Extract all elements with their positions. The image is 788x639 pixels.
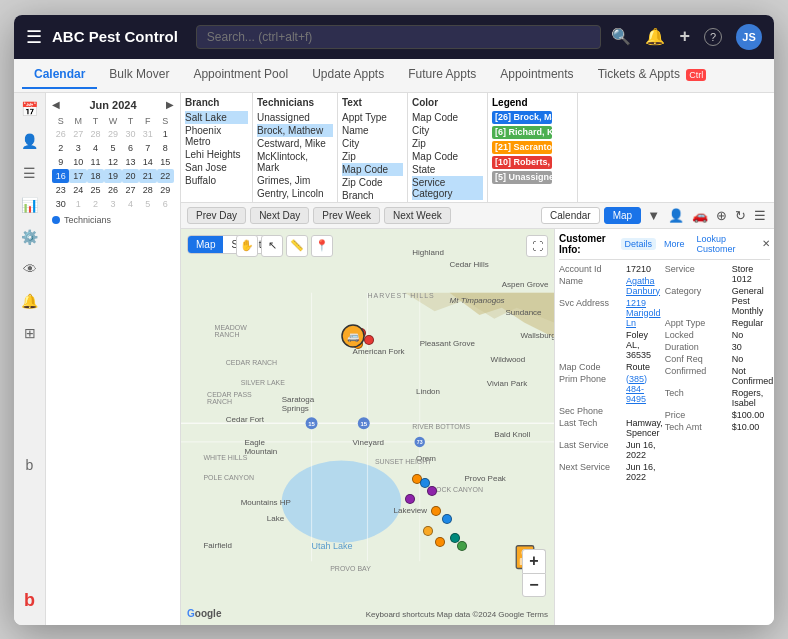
ci-val-primphone[interactable]: (385) 484-9495 <box>626 374 663 404</box>
cal-day[interactable]: 1 <box>157 127 174 141</box>
branch-phoenix[interactable]: Phoenix Metro <box>185 124 248 148</box>
cal-day[interactable]: 3 <box>69 141 86 155</box>
cal-day[interactable]: 28 <box>139 183 156 197</box>
map-marker-blue-2[interactable] <box>442 514 452 524</box>
cal-day[interactable]: 26 <box>52 127 69 141</box>
next-day-button[interactable]: Next Day <box>250 207 309 224</box>
tech-marker[interactable]: 🚐 <box>341 324 365 355</box>
text-mapcode[interactable]: Map Code <box>342 163 403 176</box>
color-zip[interactable]: Zip <box>412 137 483 150</box>
branch-salt-lake[interactable]: Salt Lake <box>185 111 248 124</box>
map-marker-yellow-1[interactable] <box>423 526 433 536</box>
cal-day[interactable]: 10 <box>69 155 86 169</box>
cal-day[interactable]: 27 <box>69 127 86 141</box>
person-icon-btn[interactable]: 👤 <box>666 206 686 225</box>
cal-day[interactable]: 5 <box>139 197 156 211</box>
menu-icon[interactable]: ☰ <box>26 26 42 48</box>
cal-day[interactable]: 30 <box>52 197 69 211</box>
target-icon-btn[interactable]: ⊕ <box>714 206 729 225</box>
cal-day[interactable]: 1 <box>69 197 86 211</box>
cal-day-range[interactable]: 20 <box>122 169 139 183</box>
map-marker-orange-4[interactable] <box>435 537 445 547</box>
legend-item-2[interactable]: [21] Sacranto, Kim <box>492 141 573 154</box>
refresh-icon-btn[interactable]: ↻ <box>733 206 748 225</box>
tab-tickets-appts[interactable]: Tickets & Appts Ctrl <box>586 61 719 89</box>
ci-val-name[interactable]: Agatha Danbury <box>626 276 663 296</box>
next-week-button[interactable]: Next Week <box>384 207 451 224</box>
bell-icon[interactable]: 🔔 <box>645 27 665 46</box>
cal-day[interactable]: 29 <box>157 183 174 197</box>
tab-appointment-pool[interactable]: Appointment Pool <box>181 61 300 89</box>
color-mapcode[interactable]: Map Code <box>412 111 483 124</box>
cal-day[interactable]: 27 <box>122 183 139 197</box>
fullscreen-btn[interactable]: ⛶ <box>526 235 548 257</box>
text-zip[interactable]: Zip <box>342 150 403 163</box>
branch-sanjose[interactable]: San Jose <box>185 161 248 174</box>
map-view-button[interactable]: Map <box>604 207 641 224</box>
branch-lehi[interactable]: Lehi Heights <box>185 148 248 161</box>
color-svccat[interactable]: Service Category <box>412 176 483 200</box>
map-area[interactable]: 15 15 73 Map Satellite ✋ ↖ <box>181 229 554 625</box>
cal-day-range[interactable]: 22 <box>157 169 174 183</box>
cal-day[interactable]: 5 <box>104 141 121 155</box>
calendar-view-button[interactable]: Calendar <box>541 207 600 224</box>
cal-day[interactable]: 29 <box>104 127 121 141</box>
tab-calendar[interactable]: Calendar <box>22 61 97 89</box>
sidebar-grid-icon[interactable]: ⊞ <box>24 325 36 341</box>
search-icon[interactable]: 🔍 <box>611 27 631 46</box>
cal-day[interactable]: 2 <box>52 141 69 155</box>
cal-day-range[interactable]: 19 <box>104 169 121 183</box>
tech-gentry[interactable]: Gentry, Lincoln <box>257 187 333 200</box>
tech-brock[interactable]: Brock, Mathew <box>257 124 333 137</box>
cal-day[interactable]: 8 <box>157 141 174 155</box>
cal-day[interactable]: 14 <box>139 155 156 169</box>
cal-day[interactable]: 4 <box>87 141 104 155</box>
map-ctrl-pointer[interactable]: ↖ <box>261 235 283 257</box>
cal-day[interactable]: 7 <box>139 141 156 155</box>
legend-item-3[interactable]: [10] Roberts, Jake <box>492 156 573 169</box>
ci-val-svcaddr[interactable]: 1219 Marigold Ln <box>626 298 663 328</box>
ci-tab-more[interactable]: More <box>660 238 689 250</box>
avatar[interactable]: JS <box>736 24 762 50</box>
cal-day[interactable]: 26 <box>104 183 121 197</box>
map-ctrl-pin[interactable]: 📍 <box>311 235 333 257</box>
ci-tab-lookup[interactable]: Lookup Customer <box>693 233 758 255</box>
search-input[interactable] <box>196 25 602 49</box>
cal-day-selected[interactable]: 16 <box>52 169 69 183</box>
cal-day[interactable]: 9 <box>52 155 69 169</box>
text-city[interactable]: City <box>342 137 403 150</box>
text-name[interactable]: Name <box>342 124 403 137</box>
text-zipcode[interactable]: Zip Code <box>342 176 403 189</box>
map-marker-purple-2[interactable] <box>405 494 415 504</box>
cal-day[interactable]: 4 <box>122 197 139 211</box>
cal-day[interactable]: 23 <box>52 183 69 197</box>
cal-day-range[interactable]: 17 <box>69 169 86 183</box>
cal-day[interactable]: 12 <box>104 155 121 169</box>
legend-item-4[interactable]: [5] Unassigned <box>492 171 573 184</box>
cal-day[interactable]: 2 <box>87 197 104 211</box>
text-branch[interactable]: Branch <box>342 189 403 202</box>
cal-day[interactable]: 6 <box>122 141 139 155</box>
cal-day[interactable]: 30 <box>122 127 139 141</box>
tab-future-appts[interactable]: Future Appts <box>396 61 488 89</box>
branch-buffalo[interactable]: Buffalo <box>185 174 248 187</box>
map-ctrl-hand[interactable]: ✋ <box>236 235 258 257</box>
cal-day[interactable]: 31 <box>139 127 156 141</box>
cal-day[interactable]: 6 <box>157 197 174 211</box>
cal-prev[interactable]: ◀ <box>52 99 60 110</box>
cal-day[interactable]: 15 <box>157 155 174 169</box>
filter-icon-btn[interactable]: ▼ <box>645 206 662 225</box>
cal-day[interactable]: 28 <box>87 127 104 141</box>
tech-grimes[interactable]: Grimes, Jim <box>257 174 333 187</box>
tech-cestward[interactable]: Cestward, Mike <box>257 137 333 150</box>
tab-update-appts[interactable]: Update Appts <box>300 61 396 89</box>
cal-day[interactable]: 13 <box>122 155 139 169</box>
map-marker-orange-3[interactable] <box>431 506 441 516</box>
legend-item-0[interactable]: [26] Brock, Mathew <box>492 111 573 124</box>
tab-bulk-mover[interactable]: Bulk Mover <box>97 61 181 89</box>
sidebar-chart-icon[interactable]: 📊 <box>21 197 38 213</box>
sidebar-eye-icon[interactable]: 👁 <box>23 261 37 277</box>
sidebar-settings-icon[interactable]: ⚙️ <box>21 229 38 245</box>
zoom-out-btn[interactable]: − <box>522 573 546 597</box>
cal-day[interactable]: 3 <box>104 197 121 211</box>
